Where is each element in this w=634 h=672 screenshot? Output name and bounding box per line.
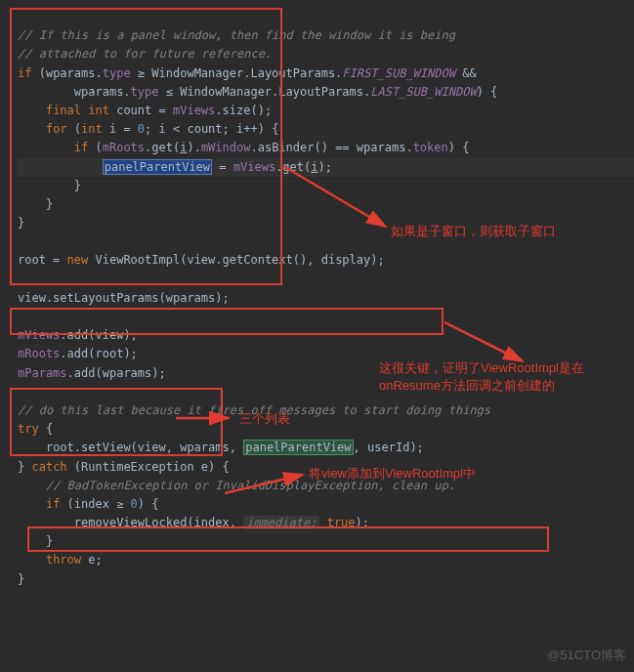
code-line: view.setLayoutParams(wparams); bbox=[18, 291, 230, 305]
annotation-box bbox=[10, 388, 223, 456]
usage-highlight: panelParentView bbox=[243, 440, 353, 455]
code-line: mParams.add(wparams); bbox=[18, 366, 166, 380]
annotation-text: 这很关键，证明了ViewRootImpl是在onResume方法回调之前创建的 bbox=[379, 359, 584, 395]
code-line: throw e; bbox=[18, 553, 103, 567]
code-line: } catch (RuntimeException e) { bbox=[18, 460, 230, 474]
code-line: } bbox=[18, 572, 24, 586]
annotation-text: 三个列表 bbox=[239, 410, 290, 428]
annotation-text: 如果是子窗口，则获取子窗口 bbox=[391, 223, 556, 240]
annotation-box bbox=[10, 308, 444, 335]
watermark: @51CTO博客 bbox=[547, 646, 626, 666]
annotation-text: 将view添加到ViewRootImpl中 bbox=[309, 465, 476, 483]
annotation-box bbox=[10, 8, 282, 285]
annotation-box bbox=[27, 526, 549, 552]
code-line: mRoots.add(root); bbox=[18, 347, 138, 360]
code-line: if (index ≥ 0) { bbox=[18, 497, 159, 511]
